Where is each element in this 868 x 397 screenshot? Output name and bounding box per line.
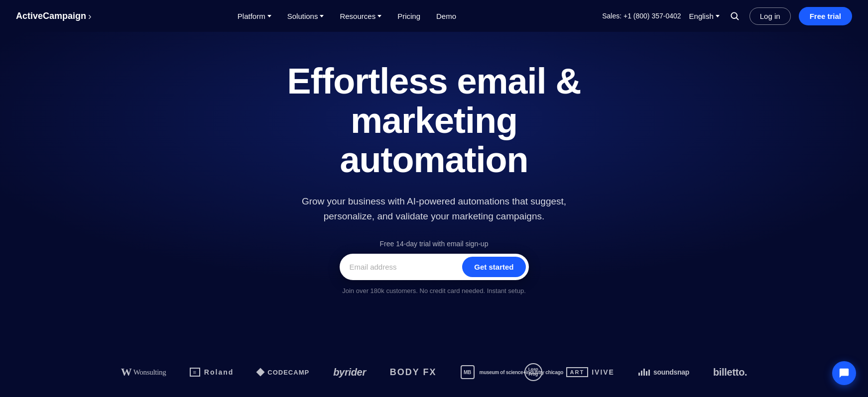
sales-phone: Sales: +1 (800) 357-0402: [602, 12, 681, 20]
login-button[interactable]: Log in: [749, 7, 791, 25]
solutions-chevron-icon: [320, 15, 324, 17]
hero-headline: Effortless email & marketing automation: [210, 62, 658, 180]
platform-chevron-icon: [267, 15, 271, 17]
nav-resources[interactable]: Resources: [334, 8, 387, 24]
nav-demo[interactable]: Demo: [430, 8, 462, 24]
logo-billetto: billetto.: [713, 367, 747, 378]
museum-icon: MB: [461, 365, 475, 379]
codecamp-icon: [256, 368, 265, 377]
search-icon: [730, 11, 740, 21]
svg-line-1: [737, 18, 739, 20]
logo-wonsulting: W Wonsulting: [121, 366, 166, 379]
brand-logo[interactable]: ActiveCampaign ›: [16, 10, 92, 22]
email-input[interactable]: [350, 263, 463, 271]
logo-leapfrog: LeapFrog: [524, 363, 542, 381]
logo-soundsnap: soundsnap: [638, 368, 689, 376]
language-chevron-icon: [716, 15, 720, 17]
resources-chevron-icon: [377, 15, 381, 17]
hero-section: Effortless email & marketing automation …: [0, 32, 868, 314]
roland-icon: ≡: [190, 368, 200, 377]
nav-solutions[interactable]: Solutions: [281, 8, 330, 24]
soundsnap-icon: [638, 369, 650, 376]
nav-menu: Platform Solutions Resources Pricing Dem…: [232, 8, 462, 24]
logos-bar: W Wonsulting ≡ Roland CodeCamp byrider B…: [0, 347, 868, 397]
language-selector[interactable]: English: [689, 12, 720, 20]
logo-codecamp: CodeCamp: [257, 369, 309, 376]
email-form: Get started: [340, 254, 529, 280]
logo-museum: MB museum of science+industry chicago: [461, 365, 500, 379]
brand-arrow: ›: [88, 10, 92, 22]
trial-label: Free 14-day trial with email sign-up: [380, 240, 489, 248]
artivive-icon: ART: [566, 367, 589, 377]
logo-byrider: byrider: [333, 367, 366, 378]
navbar: ActiveCampaign › Platform Solutions Reso…: [0, 0, 868, 32]
language-label: English: [689, 12, 714, 20]
logo-roland: ≡ Roland: [190, 368, 234, 377]
get-started-button[interactable]: Get started: [462, 257, 525, 277]
chat-icon: [839, 368, 850, 379]
logo-bodyfx: BODY FX: [390, 367, 437, 378]
logo-artivive: ART IVIVE: [566, 367, 615, 377]
small-note: Join over 180k customers. No credit card…: [342, 287, 526, 295]
nav-pricing[interactable]: Pricing: [391, 8, 426, 24]
search-button[interactable]: [728, 9, 742, 23]
brand-name: ActiveCampaign: [16, 11, 86, 21]
nav-platform[interactable]: Platform: [232, 8, 277, 24]
leapfrog-icon: LeapFrog: [524, 363, 542, 381]
chat-bubble[interactable]: [832, 361, 856, 385]
hero-subtitle: Grow your business with AI-powered autom…: [285, 194, 584, 224]
free-trial-button[interactable]: Free trial: [799, 7, 852, 25]
nav-right: Sales: +1 (800) 357-0402 English Log in …: [602, 7, 852, 25]
